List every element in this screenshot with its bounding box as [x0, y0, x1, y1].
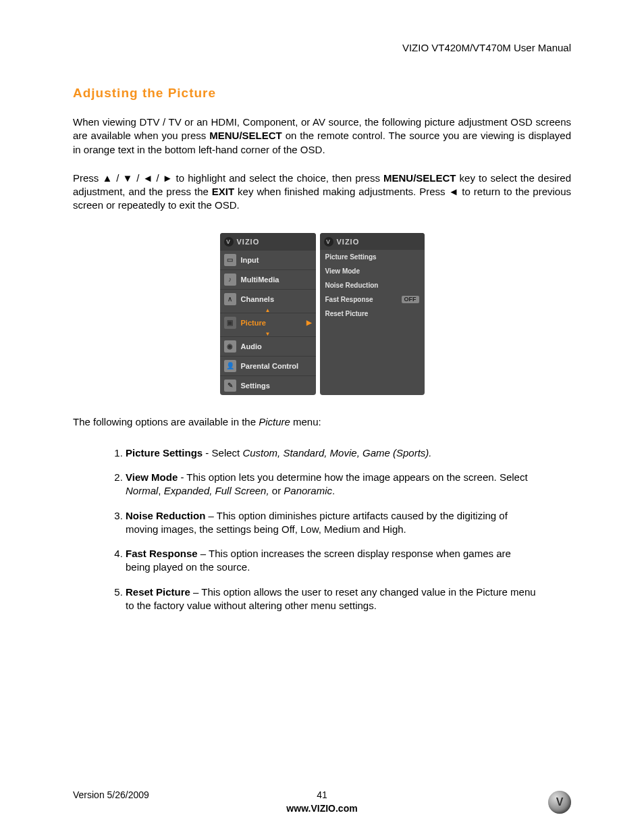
osd-menu-picture[interactable]: ▣Picture▶: [220, 313, 316, 332]
opt-title: Picture Settings: [126, 447, 203, 459]
osd-brand-text: VIZIO: [337, 238, 360, 246]
opt-text: .: [332, 485, 335, 496]
opt-title: Reset Picture: [126, 586, 190, 598]
osd-right-panel: V VIZIO Picture Settings View Mode Noise…: [320, 233, 425, 395]
picture-icon: ▣: [224, 317, 236, 329]
opt-italic: Panoramic: [284, 485, 332, 496]
osd-item-label: Picture: [241, 319, 266, 327]
vizio-logo-icon: V: [324, 237, 333, 246]
opt-text: option lets you determine how the image …: [209, 471, 528, 483]
vizio-footer-logo-icon: V: [548, 791, 571, 814]
osd-item-label: Parental Control: [241, 362, 299, 370]
opt-text: – This option: [205, 510, 269, 521]
footer-url: www.VIZIO.com: [0, 803, 644, 814]
channels-icon: ∧: [224, 293, 236, 305]
chevron-right-icon: ▶: [306, 319, 312, 326]
multimedia-icon: ♪: [224, 273, 236, 286]
osd-sub-picture-settings[interactable]: Picture Settings: [320, 250, 425, 264]
osd-menu-multimedia[interactable]: ♪MultiMedia: [220, 269, 316, 289]
opt-text: or: [269, 485, 284, 496]
osd-sub-label: View Mode: [325, 267, 360, 275]
osd-item-label: Settings: [241, 382, 270, 390]
section-title: Adjusting the Picture: [73, 86, 571, 101]
p2d: EXIT: [212, 186, 234, 197]
osd-menu-parental[interactable]: 👤Parental Control: [220, 356, 316, 375]
option-reset-picture: Reset Picture – This option allows the u…: [126, 585, 537, 613]
opt-italic: Normal: [126, 485, 158, 496]
options-list: Picture Settings - Select Custom, Standa…: [73, 446, 571, 613]
opt-text: ,: [158, 485, 163, 496]
osd-sub-label: Fast Response: [325, 296, 373, 303]
osd-screenshot: V VIZIO ▭Input ♪MultiMedia ∧Channels ▲ ▣…: [73, 233, 571, 395]
intro-paragraph-1: When viewing DTV / TV or an HDMI, Compon…: [73, 115, 571, 157]
doc-title: VIZIO VT420M/VT470M User Manual: [73, 42, 571, 53]
p1b: MENU/SELECT: [209, 130, 282, 141]
opt-italic: Custom, Standard, Movie, Game (Sports).: [242, 447, 431, 459]
p2b: MENU/SELECT: [383, 172, 456, 184]
osd-sub-label: Noise Reduction: [325, 282, 379, 289]
osd-brand-row: V VIZIO: [220, 233, 316, 250]
vizio-logo-icon: V: [224, 237, 234, 246]
audio-icon: ◉: [224, 340, 236, 353]
osd-item-label: MultiMedia: [241, 276, 279, 284]
option-noise-reduction: Noise Reduction – This option diminishes…: [126, 509, 537, 537]
input-icon: ▭: [224, 254, 236, 266]
opt-text: - This: [178, 471, 209, 483]
osd-sub-label: Picture Settings: [325, 253, 377, 261]
p3b: Picture: [259, 416, 290, 427]
intro-paragraph-2: Press ▲ / ▼ / ◄ / ► to highlight and sel…: [73, 172, 571, 213]
parental-icon: 👤: [224, 360, 236, 372]
osd-menu-input[interactable]: ▭Input: [220, 250, 316, 269]
osd-menu-channels[interactable]: ∧Channels: [220, 289, 316, 309]
opt-text: - Select: [203, 447, 242, 459]
osd-item-label: Channels: [241, 295, 275, 303]
p3a: The following options are available in t…: [73, 416, 259, 427]
option-view-mode: View Mode - This option lets you determi…: [126, 471, 537, 498]
osd-sub-noise-reduction[interactable]: Noise Reduction: [320, 278, 425, 292]
osd-brand-text: VIZIO: [237, 238, 260, 246]
osd-menu-settings[interactable]: ✎Settings: [220, 375, 316, 395]
opt-title: View Mode: [126, 471, 178, 483]
osd-sub-label: Reset Picture: [325, 310, 369, 317]
osd-left-panel: V VIZIO ▭Input ♪MultiMedia ∧Channels ▲ ▣…: [220, 233, 316, 395]
p2a: Press ▲ / ▼ / ◄ / ► to highlight and sel…: [73, 172, 383, 184]
opt-italic: Expanded, Full Screen,: [164, 485, 269, 496]
opt-title: Fast Response: [126, 548, 198, 559]
osd-sub-fast-response[interactable]: Fast ResponseOFF: [320, 292, 425, 307]
osd-item-label: Audio: [241, 342, 262, 350]
osd-menu-audio[interactable]: ◉Audio: [220, 336, 316, 356]
osd-sub-value: OFF: [402, 296, 419, 303]
settings-icon: ✎: [224, 380, 236, 392]
p3c: menu:: [290, 416, 321, 427]
option-fast-response: Fast Response – This option increases th…: [126, 547, 537, 575]
osd-sub-view-mode[interactable]: View Mode: [320, 264, 425, 278]
opt-title: Noise Reduction: [126, 510, 205, 521]
page-number: 41: [0, 789, 644, 800]
osd-brand-row: V VIZIO: [320, 233, 425, 250]
options-intro: The following options are available in t…: [73, 415, 571, 429]
osd-item-label: Input: [241, 256, 259, 264]
osd-sub-reset-picture[interactable]: Reset Picture: [320, 307, 425, 321]
option-picture-settings: Picture Settings - Select Custom, Standa…: [126, 446, 537, 460]
